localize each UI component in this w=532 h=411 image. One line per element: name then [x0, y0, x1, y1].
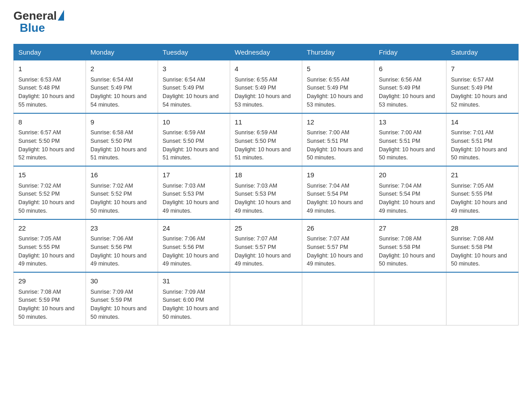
calendar-day-cell: 19Sunrise: 7:04 AMSunset: 5:54 PMDayligh…: [302, 166, 374, 219]
day-info: Sunrise: 7:08 AMSunset: 5:58 PMDaylight:…: [451, 235, 507, 267]
day-number: 17: [163, 170, 225, 180]
calendar-week-row: 15Sunrise: 7:02 AMSunset: 5:52 PMDayligh…: [14, 166, 519, 219]
day-number: 12: [307, 117, 369, 128]
day-number: 11: [235, 117, 297, 128]
day-number: 15: [18, 170, 81, 180]
day-number: 28: [451, 223, 514, 234]
calendar-table: SundayMondayTuesdayWednesdayThursdayFrid…: [13, 44, 519, 325]
day-number: 4: [235, 64, 297, 74]
day-info: Sunrise: 7:01 AMSunset: 5:51 PMDaylight:…: [451, 129, 507, 161]
calendar-day-cell: 2Sunrise: 6:54 AMSunset: 5:49 PMDaylight…: [86, 60, 158, 113]
calendar-day-cell: 17Sunrise: 7:03 AMSunset: 5:53 PMDayligh…: [158, 166, 230, 219]
day-number: 10: [163, 117, 225, 128]
calendar-day-cell: 22Sunrise: 7:05 AMSunset: 5:55 PMDayligh…: [14, 219, 86, 273]
day-info: Sunrise: 7:09 AMSunset: 6:00 PMDaylight:…: [163, 289, 219, 320]
day-number: 3: [163, 64, 225, 74]
weekday-header-thursday: Thursday: [302, 44, 374, 60]
day-info: Sunrise: 6:55 AMSunset: 5:49 PMDaylight:…: [307, 77, 363, 108]
calendar-day-cell: 6Sunrise: 6:56 AMSunset: 5:49 PMDaylight…: [374, 60, 446, 113]
weekday-header-sunday: Sunday: [14, 44, 86, 60]
calendar-day-cell: 13Sunrise: 7:00 AMSunset: 5:51 PMDayligh…: [374, 113, 446, 167]
calendar-day-cell: [230, 272, 302, 325]
calendar-day-cell: 7Sunrise: 6:57 AMSunset: 5:49 PMDaylight…: [446, 60, 519, 113]
calendar-week-row: 8Sunrise: 6:57 AMSunset: 5:50 PMDaylight…: [14, 113, 519, 167]
calendar-day-cell: 20Sunrise: 7:04 AMSunset: 5:54 PMDayligh…: [374, 166, 446, 219]
day-number: 25: [235, 223, 297, 234]
day-info: Sunrise: 7:04 AMSunset: 5:54 PMDaylight:…: [307, 183, 363, 214]
calendar-week-row: 1Sunrise: 6:53 AMSunset: 5:48 PMDaylight…: [14, 60, 519, 113]
day-number: 22: [18, 223, 81, 234]
calendar-day-cell: 25Sunrise: 7:07 AMSunset: 5:57 PMDayligh…: [230, 219, 302, 273]
day-info: Sunrise: 6:55 AMSunset: 5:49 PMDaylight:…: [235, 77, 291, 108]
calendar-day-cell: 28Sunrise: 7:08 AMSunset: 5:58 PMDayligh…: [446, 219, 519, 273]
calendar-week-row: 22Sunrise: 7:05 AMSunset: 5:55 PMDayligh…: [14, 219, 519, 273]
day-number: 23: [90, 223, 153, 234]
page-header: General Blue: [13, 9, 519, 35]
calendar-day-cell: 27Sunrise: 7:08 AMSunset: 5:58 PMDayligh…: [374, 219, 446, 273]
calendar-day-cell: 15Sunrise: 7:02 AMSunset: 5:52 PMDayligh…: [14, 166, 86, 219]
day-info: Sunrise: 6:54 AMSunset: 5:49 PMDaylight:…: [90, 77, 146, 108]
day-info: Sunrise: 6:59 AMSunset: 5:50 PMDaylight:…: [235, 129, 291, 161]
day-number: 18: [235, 170, 297, 180]
day-info: Sunrise: 7:07 AMSunset: 5:57 PMDaylight:…: [235, 235, 291, 267]
calendar-day-cell: 26Sunrise: 7:07 AMSunset: 5:57 PMDayligh…: [302, 219, 374, 273]
logo-blue-text: Blue: [20, 21, 45, 35]
day-info: Sunrise: 7:05 AMSunset: 5:55 PMDaylight:…: [18, 235, 74, 267]
calendar-day-cell: 5Sunrise: 6:55 AMSunset: 5:49 PMDaylight…: [302, 60, 374, 113]
day-number: 1: [18, 64, 81, 74]
calendar-day-cell: [374, 272, 446, 325]
day-number: 16: [90, 170, 153, 180]
calendar-day-cell: 9Sunrise: 6:58 AMSunset: 5:50 PMDaylight…: [86, 113, 158, 167]
day-info: Sunrise: 7:00 AMSunset: 5:51 PMDaylight:…: [379, 129, 435, 161]
day-info: Sunrise: 6:54 AMSunset: 5:49 PMDaylight:…: [163, 77, 219, 108]
calendar-day-cell: 11Sunrise: 6:59 AMSunset: 5:50 PMDayligh…: [230, 113, 302, 167]
day-number: 21: [451, 170, 514, 180]
calendar-day-cell: 10Sunrise: 6:59 AMSunset: 5:50 PMDayligh…: [158, 113, 230, 167]
day-number: 30: [90, 276, 153, 287]
day-info: Sunrise: 7:08 AMSunset: 5:58 PMDaylight:…: [379, 235, 435, 267]
day-number: 14: [451, 117, 514, 128]
day-info: Sunrise: 7:02 AMSunset: 5:52 PMDaylight:…: [18, 183, 74, 214]
calendar-day-cell: 8Sunrise: 6:57 AMSunset: 5:50 PMDaylight…: [14, 113, 86, 167]
day-number: 13: [379, 117, 442, 128]
day-number: 31: [163, 276, 225, 287]
day-number: 5: [307, 64, 369, 74]
day-number: 8: [18, 117, 81, 128]
day-info: Sunrise: 7:06 AMSunset: 5:56 PMDaylight:…: [90, 235, 146, 267]
day-info: Sunrise: 7:07 AMSunset: 5:57 PMDaylight:…: [307, 235, 363, 267]
day-info: Sunrise: 7:09 AMSunset: 5:59 PMDaylight:…: [90, 289, 146, 320]
calendar-day-cell: 31Sunrise: 7:09 AMSunset: 6:00 PMDayligh…: [158, 272, 230, 325]
logo: General Blue: [13, 9, 64, 35]
day-number: 7: [451, 64, 514, 74]
calendar-day-cell: 24Sunrise: 7:06 AMSunset: 5:56 PMDayligh…: [158, 219, 230, 273]
day-number: 19: [307, 170, 369, 180]
calendar-day-cell: 3Sunrise: 6:54 AMSunset: 5:49 PMDaylight…: [158, 60, 230, 113]
day-number: 20: [379, 170, 442, 180]
calendar-week-row: 29Sunrise: 7:08 AMSunset: 5:59 PMDayligh…: [14, 272, 519, 325]
day-info: Sunrise: 7:02 AMSunset: 5:52 PMDaylight:…: [90, 183, 146, 214]
day-number: 27: [379, 223, 442, 234]
day-info: Sunrise: 6:56 AMSunset: 5:49 PMDaylight:…: [379, 77, 435, 108]
day-info: Sunrise: 6:57 AMSunset: 5:49 PMDaylight:…: [451, 77, 507, 108]
weekday-header-friday: Friday: [374, 44, 446, 60]
calendar-day-cell: [446, 272, 519, 325]
weekday-header-saturday: Saturday: [446, 44, 519, 60]
day-info: Sunrise: 7:08 AMSunset: 5:59 PMDaylight:…: [18, 289, 74, 320]
calendar-day-cell: 29Sunrise: 7:08 AMSunset: 5:59 PMDayligh…: [14, 272, 86, 325]
day-info: Sunrise: 7:03 AMSunset: 5:53 PMDaylight:…: [163, 183, 219, 214]
day-info: Sunrise: 7:03 AMSunset: 5:53 PMDaylight:…: [235, 183, 291, 214]
day-info: Sunrise: 7:05 AMSunset: 5:55 PMDaylight:…: [451, 183, 507, 214]
calendar-day-cell: 16Sunrise: 7:02 AMSunset: 5:52 PMDayligh…: [86, 166, 158, 219]
calendar-day-cell: [302, 272, 374, 325]
weekday-header-wednesday: Wednesday: [230, 44, 302, 60]
calendar-day-cell: 23Sunrise: 7:06 AMSunset: 5:56 PMDayligh…: [86, 219, 158, 273]
day-number: 9: [90, 117, 153, 128]
calendar-day-cell: 1Sunrise: 6:53 AMSunset: 5:48 PMDaylight…: [14, 60, 86, 113]
weekday-header-row: SundayMondayTuesdayWednesdayThursdayFrid…: [14, 44, 519, 60]
weekday-header-monday: Monday: [86, 44, 158, 60]
calendar-day-cell: 30Sunrise: 7:09 AMSunset: 5:59 PMDayligh…: [86, 272, 158, 325]
day-number: 26: [307, 223, 369, 234]
day-info: Sunrise: 6:59 AMSunset: 5:50 PMDaylight:…: [163, 129, 219, 161]
day-info: Sunrise: 6:57 AMSunset: 5:50 PMDaylight:…: [18, 129, 74, 161]
day-number: 2: [90, 64, 153, 74]
